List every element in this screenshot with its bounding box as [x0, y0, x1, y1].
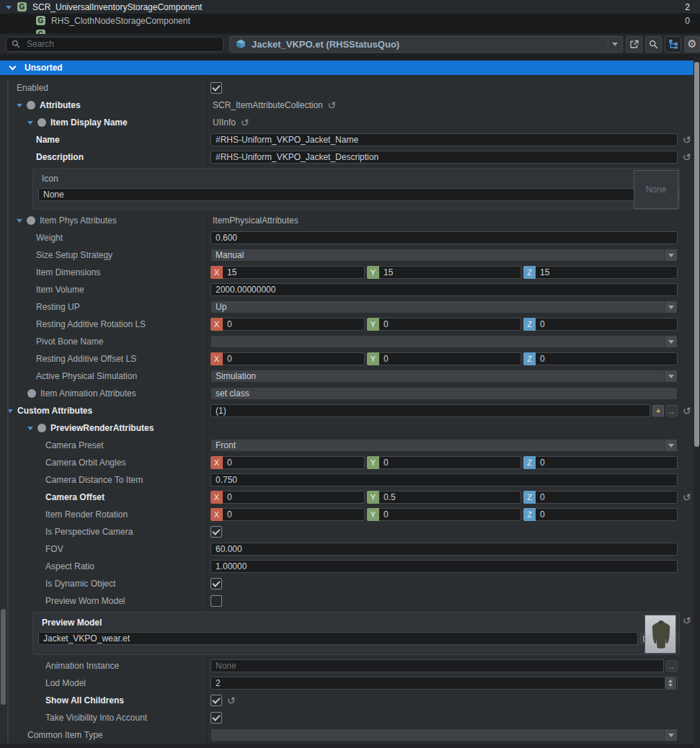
resource-dropdown-button[interactable]: [608, 37, 621, 51]
tree-row-universal-inventory-storage[interactable]: G SCR_UniversalInventoryStorageComponent…: [0, 0, 700, 14]
show-all-childrens-checkbox[interactable]: [211, 695, 222, 706]
reset-button-camera-offset[interactable]: ↺: [680, 492, 694, 502]
tree-row-cloth-node-storage[interactable]: G RHS_ClothNodeStorageComponent 0: [0, 14, 700, 27]
settings-button[interactable]: ⚙: [684, 36, 700, 53]
axis-y-badge: Y: [367, 508, 379, 521]
row-camera-offset: Camera OffsetX0Y0.5Z0↺: [0, 489, 694, 506]
axis-y-badge: Y: [367, 318, 379, 331]
item-dimensions-z-input[interactable]: 15: [536, 266, 678, 279]
name-input[interactable]: #RHS-Uniform_VKPO_Jacket_Name: [211, 133, 678, 146]
fov-input[interactable]: 60.000: [211, 543, 678, 556]
row-common-item-type: Common Item Type: [0, 726, 694, 744]
chevron-down-icon[interactable]: [664, 729, 677, 741]
custom-attributes-input[interactable]: (1): [211, 404, 650, 417]
item-volume-input[interactable]: 2000.00000000: [211, 283, 678, 296]
weight-input[interactable]: 0.600: [211, 231, 678, 244]
reset-button-show-all-childrens[interactable]: ↺: [224, 695, 238, 705]
animation-instance-input[interactable]: None: [211, 659, 664, 672]
item-render-rotation-x-input[interactable]: 0: [223, 508, 365, 521]
chevron-down-icon[interactable]: [664, 249, 677, 261]
property-label-cell: Active Physical Simulation: [0, 368, 208, 385]
description-input[interactable]: #RHS-Uniform_VKPO_Jacket_Description: [211, 151, 678, 164]
item-animation-attributes-button[interactable]: set class: [211, 387, 678, 400]
common-item-type-dropdown[interactable]: [211, 729, 678, 742]
camera-orbit-angles-z-input[interactable]: 0: [536, 456, 678, 469]
search-box[interactable]: [6, 37, 223, 52]
resting-additive-offset-ls-x-input[interactable]: 0: [223, 352, 365, 365]
chevron-down-icon[interactable]: [664, 336, 677, 347]
item-dimensions-y-input[interactable]: 15: [379, 266, 521, 279]
expander-icon[interactable]: [17, 219, 22, 226]
expander-icon[interactable]: [27, 427, 33, 433]
item-dimensions-x-input[interactable]: 15: [223, 266, 365, 279]
value-text: 0: [540, 354, 545, 364]
add-item-button[interactable]: +: [652, 405, 664, 417]
camera-offset-y-input[interactable]: 0.5: [379, 491, 521, 504]
value-text: 60.000: [216, 544, 242, 554]
item-render-rotation-y-input[interactable]: 0: [379, 508, 521, 521]
left-scrollbar-thumb[interactable]: [1, 609, 6, 705]
camera-orbit-angles-y-input[interactable]: 0: [379, 456, 521, 469]
chevron-down-icon[interactable]: [664, 440, 677, 451]
properties-panel: EnabledAttributesSCR_ItemAttributeCollec…: [0, 75, 694, 744]
item-render-rotation-axis-z: Z0: [523, 508, 678, 521]
reset-button-attributes[interactable]: ↺: [325, 100, 339, 110]
icon-input[interactable]: None: [38, 188, 665, 201]
resting-additive-offset-ls-y-input[interactable]: 0: [379, 352, 521, 365]
chevron-down-icon[interactable]: [664, 370, 677, 382]
lod-model-input[interactable]: 2: [211, 677, 678, 690]
enabled-checkbox[interactable]: [211, 82, 222, 94]
step-up-icon[interactable]: [668, 677, 673, 682]
pivot-bone-name-dropdown[interactable]: [211, 335, 678, 348]
browse-button[interactable]: ..: [666, 405, 678, 417]
expander-icon[interactable]: [27, 121, 33, 128]
aspect-ratio-input[interactable]: 1.00000: [211, 560, 678, 573]
preview-worn-model-checkbox[interactable]: [211, 595, 222, 607]
tree-row-partial[interactable]: G: [0, 27, 700, 34]
value-text: 0.750: [216, 475, 237, 485]
value-text: 0: [540, 509, 545, 520]
item-render-rotation-axis-y: Y0: [367, 508, 521, 521]
is-dynamic-object-checkbox[interactable]: [211, 578, 222, 589]
resting-additive-offset-ls-z-input[interactable]: 0: [536, 352, 678, 365]
value-text: 15: [384, 267, 393, 277]
resource-picker[interactable]: Jacket_VKPO.et (RHSStatusQuo): [229, 36, 623, 53]
chevron-down-icon[interactable]: [664, 301, 677, 313]
preview-model-input[interactable]: Jacket_VKPO_wear.et: [38, 632, 638, 645]
is-perspective-camera-checkbox[interactable]: [211, 526, 222, 538]
stepper-buttons[interactable]: [665, 677, 676, 689]
resting-additive-rotation-ls-y-input[interactable]: 0: [379, 318, 521, 331]
property-label-cell: PreviewRenderAttributes: [0, 419, 208, 437]
reset-button-description[interactable]: ↺: [680, 152, 694, 162]
expander-icon[interactable]: [6, 6, 12, 12]
expander-icon[interactable]: [17, 104, 22, 110]
camera-offset-x-input[interactable]: 0: [223, 491, 365, 504]
open-editor-button[interactable]: [626, 36, 642, 53]
reset-button-name[interactable]: ↺: [680, 135, 694, 145]
browse-button[interactable]: ..: [666, 660, 678, 672]
resting-up-dropdown[interactable]: Up: [211, 300, 678, 313]
model-thumbnail[interactable]: [644, 615, 676, 654]
camera-preset-dropdown[interactable]: Front: [211, 439, 678, 452]
active-physical-simulation-dropdown[interactable]: Simulation: [211, 370, 678, 383]
axis-z-badge: Z: [523, 352, 536, 365]
search-input[interactable]: [25, 38, 218, 50]
reset-button-item-display-name[interactable]: ↺: [238, 117, 252, 128]
item-render-rotation-z-input[interactable]: 0: [536, 508, 678, 521]
resting-additive-rotation-ls-x-input[interactable]: 0: [223, 318, 365, 331]
reset-button-preview-model[interactable]: ↺: [680, 610, 694, 625]
hierarchy-view-button[interactable]: [665, 36, 681, 53]
size-setup-strategy-dropdown[interactable]: Manual: [211, 249, 678, 262]
property-label-cell: FOV: [0, 540, 208, 558]
scrollbar-thumb[interactable]: [694, 62, 699, 447]
take-visibility-into-account-checkbox[interactable]: [211, 712, 222, 723]
camera-distance-to-item-input[interactable]: 0.750: [211, 473, 678, 486]
camera-orbit-angles-x-input[interactable]: 0: [223, 456, 365, 469]
reset-button-custom-attributes[interactable]: ↺: [680, 406, 694, 416]
property-label-cell: Item Animation Attributes: [0, 385, 208, 402]
find-button[interactable]: [645, 36, 662, 53]
camera-offset-z-input[interactable]: 0: [536, 491, 678, 504]
section-header-unsorted[interactable]: Unsorted: [0, 61, 694, 75]
step-down-icon[interactable]: [668, 684, 673, 689]
resting-additive-rotation-ls-z-input[interactable]: 0: [536, 318, 678, 331]
